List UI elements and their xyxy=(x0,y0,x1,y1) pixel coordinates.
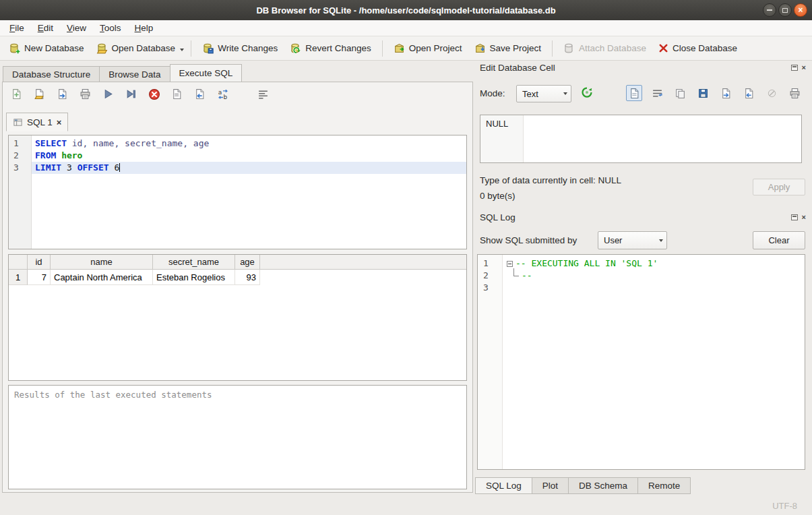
menu-tools[interactable]: Tools xyxy=(93,20,128,36)
save-project-label: Save Project xyxy=(490,43,542,53)
encoding-indicator[interactable]: UTF-8 xyxy=(772,501,797,511)
titlebar[interactable]: DB Browser for SQLite - /home/user/code/… xyxy=(0,0,812,20)
grid-corner xyxy=(9,255,28,269)
editor-line-numbers: 1 2 3 xyxy=(9,135,32,249)
text-view-button[interactable] xyxy=(626,85,642,101)
menu-help[interactable]: Help xyxy=(128,20,160,36)
auto-switch-mode-button[interactable] xyxy=(580,86,594,99)
menu-file[interactable]: File xyxy=(3,20,31,36)
new-database-button[interactable]: New Database xyxy=(3,40,90,57)
dock-close-icon[interactable]: × xyxy=(802,64,806,71)
open-project-button[interactable]: Open Project xyxy=(387,40,468,57)
stop-execution-button[interactable] xyxy=(147,87,161,101)
open-database-button[interactable]: Open Database xyxy=(90,40,182,57)
sql-tab-sql1[interactable]: SQL 1 × xyxy=(6,113,68,131)
new-sql-tab-button[interactable] xyxy=(9,87,24,101)
messages-placeholder: Results of the last executed statements xyxy=(14,390,212,400)
print-cell-button[interactable] xyxy=(786,85,803,101)
results-grid-header: id name secret_name age xyxy=(9,255,466,270)
execute-sql-pane: ab SQL 1 × 1 2 3 SELECT id, name, se xyxy=(2,82,473,493)
revert-changes-button[interactable]: Revert Changes xyxy=(284,40,377,57)
cell-id[interactable]: 7 xyxy=(28,270,51,285)
execution-messages[interactable]: Results of the last executed statements xyxy=(8,385,467,489)
execute-all-button[interactable] xyxy=(101,87,115,101)
set-null-button[interactable] xyxy=(763,85,780,101)
execute-current-line-button[interactable] xyxy=(124,87,138,101)
write-changes-button[interactable]: Write Changes xyxy=(196,40,284,57)
sql-log-view[interactable]: 1 2 3 -- EXECUTING ALL IN 'SQL 1' -- xyxy=(477,254,805,470)
log-content: -- EXECUTING ALL IN 'SQL 1' -- xyxy=(503,255,805,469)
log-line-numbers: 1 2 3 xyxy=(478,255,503,469)
collapse-expander-icon[interactable] xyxy=(507,261,513,267)
save-cell-button[interactable] xyxy=(695,85,711,101)
attach-database-button: Attach Database xyxy=(557,40,652,57)
close-button[interactable]: × xyxy=(794,3,807,17)
clear-log-button[interactable]: Clear xyxy=(753,231,805,249)
save-project-button[interactable]: Save Project xyxy=(468,40,548,57)
edit-cell-dock-buttons: × xyxy=(791,64,806,71)
dock-float-icon[interactable] xyxy=(791,214,798,220)
maximize-button[interactable] xyxy=(778,3,792,17)
dock-tab-db-schema[interactable]: DB Schema xyxy=(569,477,638,494)
minimize-button[interactable] xyxy=(763,3,776,17)
export-results-button[interactable] xyxy=(170,87,184,101)
save-sql-file-button[interactable] xyxy=(78,87,92,101)
dock-tab-sql-log[interactable]: SQL Log xyxy=(475,477,532,494)
tree-elbow-icon xyxy=(513,268,519,276)
dock-close-icon[interactable]: × xyxy=(802,214,806,221)
word-wrap-button[interactable] xyxy=(649,85,665,101)
cell-editor-toolbar xyxy=(626,85,803,101)
column-header-age[interactable]: age xyxy=(235,255,260,269)
tab-execute-sql[interactable]: Execute SQL xyxy=(170,64,243,82)
copy-cell-button[interactable] xyxy=(672,85,688,101)
new-database-icon xyxy=(9,42,20,54)
auto-format-button[interactable] xyxy=(256,87,270,101)
column-header-name[interactable]: name xyxy=(51,255,153,269)
import-cell-data-button[interactable] xyxy=(718,85,734,101)
cell-value-editor[interactable]: NULL xyxy=(480,115,802,163)
sql-tab-close-icon[interactable]: × xyxy=(57,118,62,127)
log-filter-combobox[interactable]: User xyxy=(598,231,667,249)
dock-tab-plot[interactable]: Plot xyxy=(532,477,569,494)
menu-edit[interactable]: Edit xyxy=(31,20,60,36)
sql-tab-bar: SQL 1 × xyxy=(6,113,68,131)
sql-editor[interactable]: 1 2 3 SELECT id, name, secret_name, age … xyxy=(8,135,467,249)
cell-secret-name[interactable]: Esteban Rogelios xyxy=(153,270,235,285)
save-results-button[interactable] xyxy=(193,87,207,101)
log-line-1: -- EXECUTING ALL IN 'SQL 1' xyxy=(503,258,805,270)
dock-tab-remote[interactable]: Remote xyxy=(638,477,691,494)
tab-database-structure[interactable]: Database Structure xyxy=(3,66,99,82)
open-project-icon xyxy=(394,42,405,54)
open-sql-new-tab-button[interactable] xyxy=(55,87,69,101)
main-tab-bar: Database Structure Browse Data Execute S… xyxy=(3,64,242,82)
text-cursor xyxy=(119,163,120,172)
export-cell-data-button[interactable] xyxy=(741,85,757,101)
apply-button[interactable]: Apply xyxy=(753,179,805,195)
svg-text:b: b xyxy=(223,93,227,100)
find-replace-button[interactable]: ab xyxy=(216,87,230,101)
sql-tab-label: SQL 1 xyxy=(27,117,53,127)
open-sql-file-button[interactable] xyxy=(32,87,46,101)
mode-combobox[interactable]: Text xyxy=(516,85,571,102)
column-header-secret-name[interactable]: secret_name xyxy=(153,255,235,269)
cell-name[interactable]: Captain North America xyxy=(51,270,153,285)
tab-browse-data[interactable]: Browse Data xyxy=(99,66,169,82)
results-grid: id name secret_name age 1 7 Captain Nort… xyxy=(8,254,467,381)
svg-text:a: a xyxy=(218,89,222,96)
column-header-id[interactable]: id xyxy=(28,255,51,269)
dock-float-icon[interactable] xyxy=(791,65,798,71)
open-database-dropdown[interactable] xyxy=(177,40,186,57)
close-database-button[interactable]: Close Database xyxy=(652,40,743,56)
cell-age[interactable]: 93 xyxy=(235,270,260,285)
attach-database-label: Attach Database xyxy=(579,43,646,53)
log-filter-label: Show SQL submitted by xyxy=(480,235,577,245)
log-line-3 xyxy=(503,282,805,294)
row-header[interactable]: 1 xyxy=(9,270,28,285)
cell-edit-area xyxy=(524,115,801,162)
cell-value-text: NULL xyxy=(480,115,524,162)
menu-view[interactable]: View xyxy=(60,20,93,36)
code-line-3: LIMIT 3 OFFSET 6 xyxy=(32,162,466,174)
sql-toolbar: ab xyxy=(9,87,270,101)
save-project-icon xyxy=(474,42,486,54)
write-changes-label: Write Changes xyxy=(218,43,278,53)
